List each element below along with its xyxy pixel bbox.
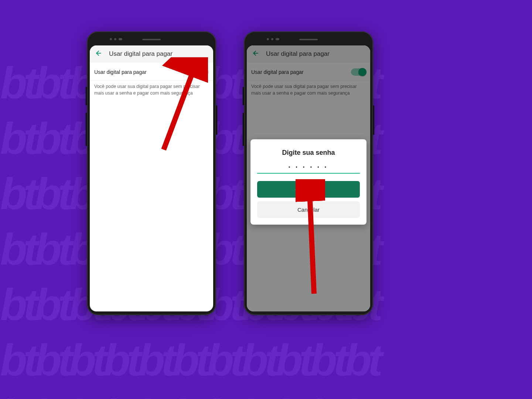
- phone-side-button: [373, 105, 374, 135]
- phone-mockup-right: Usar digital para pagar Usar digital par…: [244, 31, 373, 315]
- toggle-fingerprint-pay[interactable]: [194, 68, 209, 76]
- cancel-button[interactable]: Cancelar: [257, 201, 360, 218]
- phone-screen-left: Usar digital para pagar Usar digital par…: [90, 45, 213, 311]
- password-input[interactable]: • • • • • •: [257, 165, 360, 174]
- phone-side-button: [86, 113, 87, 146]
- setting-row-fingerprint-pay[interactable]: Usar digital para pagar: [90, 62, 213, 81]
- phone-side-button: [243, 113, 244, 146]
- phone-speaker: [299, 39, 318, 40]
- app-header: Usar digital para pagar: [90, 45, 213, 62]
- setting-description: Você pode usar sua digital para pagar se…: [90, 81, 213, 96]
- phone-screen-right: Usar digital para pagar Usar digital par…: [247, 45, 370, 311]
- page-title: Usar digital para pagar: [109, 50, 173, 58]
- phone-speaker: [142, 39, 161, 40]
- setting-label: Usar digital para pagar: [94, 69, 147, 75]
- modal-title: Digite sua senha: [257, 149, 360, 157]
- password-modal: Digite sua senha • • • • • • Confirmar C…: [250, 139, 366, 225]
- phone-side-button: [86, 87, 87, 105]
- phone-sensor-dots: [267, 38, 279, 40]
- phone-sensor-dots: [110, 38, 122, 40]
- back-arrow-icon[interactable]: [93, 48, 104, 59]
- phone-side-button: [216, 105, 217, 135]
- confirm-button[interactable]: Confirmar: [257, 181, 360, 198]
- phone-side-button: [243, 87, 244, 105]
- phone-mockup-left: Usar digital para pagar Usar digital par…: [87, 31, 216, 315]
